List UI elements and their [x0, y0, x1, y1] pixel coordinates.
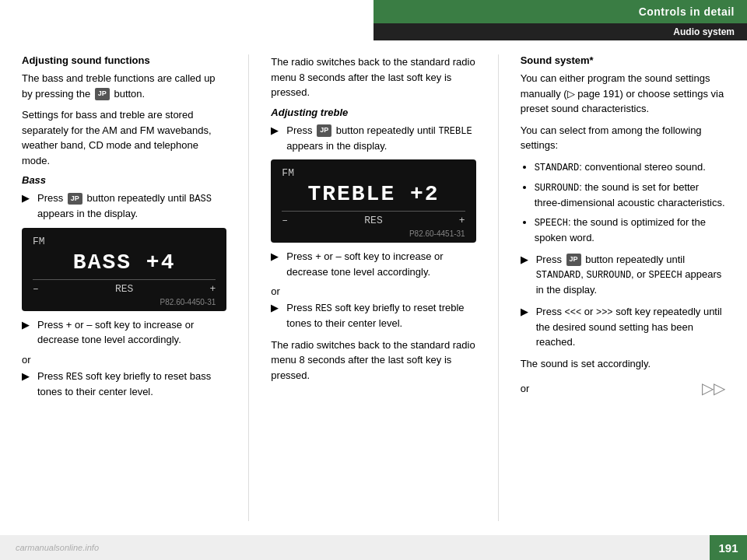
header-main-title: Controls in detail — [639, 5, 735, 18]
or-separator-1: or — [22, 354, 226, 366]
bass-caption: P82.60-4450-31 — [33, 298, 216, 306]
sound-system-title: Sound system* — [521, 54, 725, 66]
bass-main-text: BASS +4 — [33, 250, 216, 275]
arrow-icon-3: ▶ — [22, 369, 34, 400]
sound-bullet-list: STANDARD: conventional stereo sound. SUR… — [535, 159, 725, 246]
sound-para-3: The sound is set accordingly. — [521, 356, 725, 372]
sound-bullet-5: ▶ Press <<< or >>> soft key repeatedly u… — [521, 304, 725, 350]
bass-bullet-1: ▶ Press JP button repeatedly until BASS … — [22, 191, 226, 222]
sound-para-1: You can either program the sound setting… — [521, 71, 725, 117]
divider-2 — [498, 54, 499, 521]
bass-bullet-2: ▶ Press + or – soft key to increase or d… — [22, 317, 226, 348]
jp-icon-4: JP — [566, 254, 581, 266]
footer-text: carmanualsonline.info — [16, 543, 99, 552]
jp-icon-1: JP — [95, 88, 110, 100]
jp-icon-3: JP — [317, 124, 331, 137]
para-bass-intro: The bass and treble functions are called… — [22, 71, 226, 101]
sound-or-fwd: or ▷▷ — [521, 379, 725, 397]
treble-soft-res: RES — [364, 215, 382, 226]
treble-main-text: TREBLE +2 — [282, 182, 465, 206]
header-green-bar: Controls in detail — [374, 0, 747, 23]
treble-fm-label: FM — [282, 167, 465, 179]
bass-bullet-3: ▶ Press RES soft key briefly to reset ba… — [22, 369, 226, 400]
header: Controls in detail Audio system — [0, 0, 747, 40]
col-treble: The radio switches back to the standard … — [265, 47, 482, 529]
treble-display: FM TREBLE +2 – RES + P82.60-4451-31 — [271, 159, 475, 243]
treble-ending-para: The radio switches back to the standard … — [271, 338, 475, 383]
arrow-icon-1: ▶ — [22, 191, 34, 222]
para-bass-settings: Settings for bass and treble are stored … — [22, 107, 226, 168]
para-treble-intro: The radio switches back to the standard … — [271, 54, 475, 100]
treble-soft-minus: – — [282, 215, 288, 226]
bass-soft-res: RES — [115, 283, 133, 295]
sound-bullet-4: ▶ Press JP button repeatedly until STAND… — [521, 252, 725, 298]
bass-soft-plus: + — [210, 283, 216, 295]
treble-soft-plus: + — [459, 215, 465, 226]
sound-list-item-surround: SURROUND: the sound is set for better th… — [535, 180, 725, 211]
page-number: 191 — [710, 535, 747, 560]
or-separator-2: or — [271, 285, 475, 297]
arrow-icon-7: ▶ — [521, 252, 533, 298]
sound-list-item-speech: SPEECH: the sound is optimized for the s… — [535, 215, 725, 246]
treble-heading: Adjusting treble — [271, 107, 475, 118]
bass-display: FM BASS +4 – RES + P82.60-4450-31 — [22, 228, 226, 311]
treble-bullet-2: ▶ Press + or – soft key to increase or d… — [271, 249, 475, 279]
header-sub-bar: Audio system — [374, 23, 747, 40]
jp-icon-2: JP — [68, 193, 82, 205]
arrow-icon-6: ▶ — [271, 300, 283, 331]
arrow-icon-5: ▶ — [271, 249, 283, 279]
bass-soft-keys: – RES + — [33, 279, 216, 295]
col-sound-system: Sound system* You can either program the… — [514, 47, 731, 529]
sound-list-item-standard: STANDARD: conventional stereo sound. — [535, 159, 725, 175]
forward-arrow-icon: ▷▷ — [702, 379, 725, 397]
sound-para-2: You can select from among the following … — [521, 123, 725, 153]
footer-bar: carmanualsonline.info — [0, 535, 747, 560]
arrow-icon-8: ▶ — [521, 304, 533, 350]
treble-bullet-3: ▶ Press RES soft key briefly to reset tr… — [271, 300, 475, 331]
treble-bullet-1: ▶ Press JP button repeatedly until TREBL… — [271, 123, 475, 154]
treble-caption: P82.60-4451-31 — [282, 229, 465, 238]
bass-fm-label: FM — [33, 236, 216, 247]
bass-soft-minus: – — [33, 283, 39, 295]
or-final: or — [521, 383, 530, 394]
bass-heading: Bass — [22, 174, 226, 186]
adjusting-sound-title: Adjusting sound functions — [22, 54, 226, 66]
content-area: Adjusting sound functions The bass and t… — [0, 47, 747, 529]
treble-soft-keys: – RES + — [282, 211, 465, 226]
arrow-icon-4: ▶ — [271, 123, 283, 154]
header-sub-title: Audio system — [673, 26, 735, 37]
arrow-icon-2: ▶ — [22, 317, 34, 348]
divider-1 — [248, 54, 249, 521]
col-bass: Adjusting sound functions The bass and t… — [16, 47, 233, 529]
